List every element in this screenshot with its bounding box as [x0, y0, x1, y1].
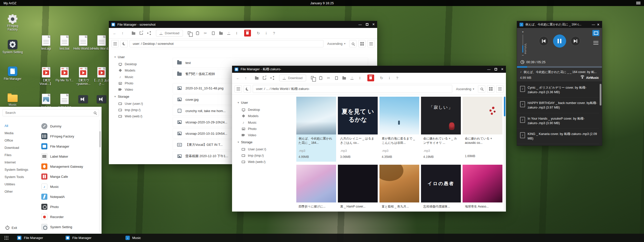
category-all[interactable]: All	[5, 122, 38, 129]
taskbar-task-file-manager-2[interactable]: File Manager	[62, 234, 107, 242]
category-media[interactable]: Media	[5, 129, 38, 137]
menu-icon[interactable]	[636, 1, 640, 5]
sidebar-item-photo[interactable]: Photo	[238, 126, 294, 132]
category-office[interactable]: Office	[5, 137, 38, 144]
sidebar-section-storage[interactable]: ▾Storage	[114, 95, 171, 98]
launcher-app-recorder[interactable]: Recorder	[39, 212, 98, 222]
sidebar-item-web-drive[interactable]: Web (web:/)	[114, 113, 171, 119]
launcher-app-system-setting[interactable]: System Setting	[39, 222, 98, 232]
category-other[interactable]: Other	[5, 188, 38, 195]
info-button[interactable]: i	[386, 75, 393, 81]
desktop-file-video-1[interactable]: HD 【東方Vocal...】	[36, 67, 57, 86]
sidebar-item-video[interactable]: Video	[114, 86, 171, 93]
launcher-app-photo[interactable]: Photo	[39, 202, 98, 212]
sidebar-section-user[interactable]: ▾User	[114, 55, 171, 59]
file-tile[interactable]: 裏 _ HamP cover...	[338, 165, 378, 212]
sidebar-item-user-drive[interactable]: User (user:/)	[238, 146, 294, 152]
maximize-button[interactable]	[366, 23, 368, 26]
search-button[interactable]	[478, 85, 485, 93]
open-in-new-button[interactable]: ↗	[138, 30, 145, 37]
file-tile[interactable]: 地球寄生 Avaso...	[463, 165, 502, 212]
category-internet[interactable]: Internet	[5, 159, 38, 166]
minimize-button[interactable]: —	[359, 23, 362, 26]
desktop-file-test-bat[interactable]: test.bat	[54, 35, 75, 50]
search-button[interactable]	[349, 40, 357, 47]
taskbar-task-music[interactable]: ♪Music	[122, 234, 144, 242]
scrollbar-thumb[interactable]	[99, 131, 101, 147]
sidebar-item-desktop[interactable]: Desktop	[114, 61, 171, 67]
cut-button[interactable]: ✂	[325, 75, 332, 81]
desktop-icon-file-manager[interactable]: File Manager	[2, 66, 23, 81]
desktop-icon-ffmpeg-factory[interactable]: FFmpeg Factory	[2, 14, 23, 31]
download-button[interactable]: ↓ Download	[156, 30, 183, 37]
desktop-file-audio-1[interactable]	[73, 94, 94, 103]
list-view-button[interactable]	[496, 85, 503, 93]
playlist-toggle-button[interactable]	[593, 40, 598, 46]
new-file-button[interactable]	[210, 30, 217, 37]
grid-view-button[interactable]	[487, 85, 494, 93]
next-track-button[interactable]	[571, 36, 580, 46]
volume-down-icon[interactable]: −	[522, 53, 524, 57]
desktop-file-video-2[interactable]: HD Fly Me To T...	[54, 67, 75, 82]
sidebar-toggle-button[interactable]	[111, 40, 119, 47]
sidebar-item-music[interactable]: ♪Music	[238, 119, 294, 126]
launcher-app-notepada[interactable]: NotepadA	[39, 192, 98, 202]
cast-button[interactable]	[592, 30, 599, 36]
scrollbar-thumb[interactable]	[600, 84, 601, 106]
sidebar-item-models[interactable]: Models	[238, 113, 294, 119]
launcher-app-management-gateway[interactable]: Management Gateway	[39, 161, 98, 171]
file-tile[interactable]: 君が夜の海に還るまで _ こんにちは谷田... .mp3 4.35MB	[379, 97, 419, 162]
cut-button[interactable]: ✂	[202, 30, 209, 37]
sidebar-section-storage[interactable]: ▾Storage	[238, 140, 294, 144]
rename-button[interactable]: I	[357, 75, 363, 81]
file-tile[interactable]: 夏を見て いるかな 八月のレイニー _ はるまきごはん co... .mp3 3…	[338, 97, 378, 162]
launcher-search[interactable]	[3, 109, 99, 116]
file-tile[interactable]: 「寂しい」 命に嫌われている + _ カンザキイオリ ... .mp3 4.19…	[421, 97, 461, 162]
back-button[interactable]: ←	[111, 30, 118, 37]
file-tile[interactable]: 命に嫌われている + acoustic co... 1.69MB	[463, 97, 502, 162]
new-file-button[interactable]	[333, 75, 340, 81]
sidebar-item-web-drive[interactable]: Web (web:/)	[238, 159, 294, 165]
help-button[interactable]: ?	[271, 30, 277, 37]
seek-bar[interactable]	[517, 66, 602, 68]
maximize-button[interactable]	[495, 68, 497, 71]
category-system-settings[interactable]: System Settings	[5, 166, 38, 173]
launcher-app-file-manager[interactable]: File Manager	[39, 141, 98, 151]
player-titlebar[interactable]: ♪ 例えば、今此処に置かれた花に _ 164 c... — ×	[517, 21, 602, 28]
exit-button[interactable]: Exit	[4, 225, 19, 231]
desktop-file-hello-world-txt[interactable]: Hello World.txt	[73, 35, 94, 50]
taskbar-task-file-manager-1[interactable]: File Manager	[14, 234, 58, 242]
sidebar-item-models[interactable]: Models	[114, 67, 171, 74]
category-files[interactable]: Files	[5, 151, 38, 159]
sidebar-item-tmp-drive[interactable]: tmp (tmp:/)	[114, 107, 171, 113]
minimize-button[interactable]: —	[592, 23, 595, 26]
theme-toggle-button[interactable]	[120, 40, 128, 47]
refresh-button[interactable]: ↻	[255, 30, 262, 37]
new-folder-button[interactable]	[218, 30, 224, 37]
playlist-item[interactable]: ♪KING _ Kanaria cover. by 柘榴-zakuro-.mp3…	[517, 129, 599, 144]
sort-dropdown[interactable]: Ascending ▾	[454, 87, 476, 91]
copy-button[interactable]	[186, 30, 193, 37]
file-tile[interactable]: 四季折々に擢げに...	[296, 165, 336, 212]
playlist-item[interactable]: ♪Cynic _ ポリスピカデリー cover. by 柘榴-zakuro-.m…	[517, 82, 599, 98]
download-button[interactable]: ↓ Download	[279, 75, 306, 81]
back-button[interactable]: ←	[235, 75, 241, 81]
close-button[interactable]: ×	[501, 67, 503, 71]
sidebar-toggle-button[interactable]	[235, 85, 242, 93]
share-button[interactable]	[269, 75, 276, 81]
theme-toggle-button[interactable]	[244, 85, 251, 93]
close-button[interactable]: ×	[372, 22, 375, 26]
copy-button[interactable]	[310, 75, 316, 81]
window-titlebar[interactable]: File Manager - 柘榴-zakuro- — ×	[232, 66, 506, 73]
file-tile[interactable]: 菫と藍桜 _ 青九月...	[379, 165, 419, 212]
close-button[interactable]: ×	[597, 23, 599, 27]
info-button[interactable]: i	[263, 30, 270, 37]
scrollbar-thumb[interactable]	[504, 97, 505, 116]
up-button[interactable]: ↑	[242, 75, 249, 81]
sidebar-item-tmp-drive[interactable]: tmp (tmp:/)	[238, 152, 294, 159]
sidebar-item-video[interactable]: Video	[238, 132, 294, 138]
help-button[interactable]: ?	[394, 75, 401, 81]
window-titlebar[interactable]: File Manager - screenshot — ×	[109, 21, 377, 28]
sidebar-item-music[interactable]: ♪Music	[114, 74, 171, 80]
desktop-icon-system-setting[interactable]: System Setting	[2, 39, 23, 54]
